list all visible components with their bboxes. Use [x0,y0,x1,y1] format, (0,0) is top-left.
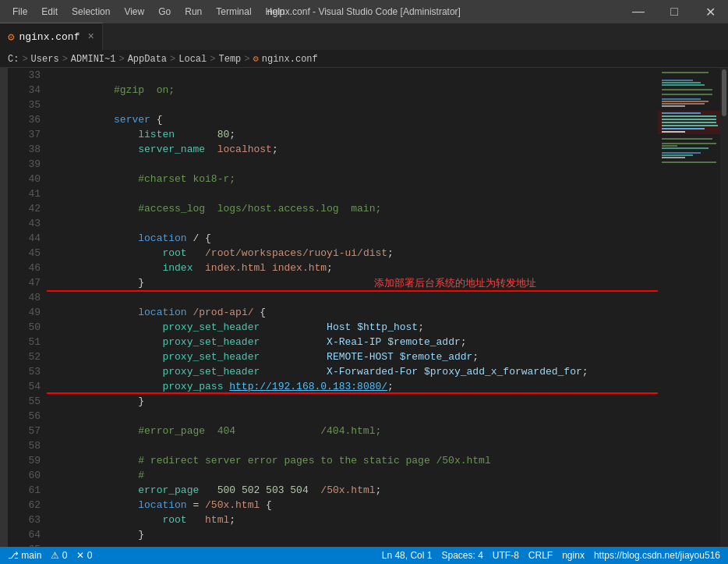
svg-rect-23 [662,154,693,156]
window-title: nginx.conf - Visual Studio Code [Adminis… [267,6,461,17]
svg-rect-15 [662,125,718,126]
code-line-56: #error_page 404 /404.html; [53,409,658,424]
code-line-48: location /prod-api/ { [53,290,658,305]
code-line-65: # proxy the PHP scripts to Apache listen… [53,542,658,547]
breadcrumb: C: > Users > ADMINI~1 > AppData > Local … [0,51,728,68]
breadcrumb-users[interactable]: Users [31,54,59,65]
tab-close-button[interactable]: × [87,30,94,43]
code-line-41: #access_log logs/host.access.log main; [53,186,658,201]
tab-file-icon: ⚙ [8,30,14,44]
minimap [658,68,720,547]
svg-rect-16 [662,128,705,129]
code-line-40 [53,172,658,186]
status-warnings[interactable]: ⚠ 0 [51,550,67,561]
breadcrumb-appdata[interactable]: AppData [128,54,167,65]
breadcrumb-file-icon: ⚙ [253,53,259,65]
menu-view[interactable]: View [118,3,150,20]
code-line-58: # redirect server error pages to the sta… [53,438,658,453]
activity-strip [0,68,8,547]
status-errors[interactable]: ✕ 0 [76,550,92,561]
code-line-60: error_page 500 502 503 504 /50x.html; [53,468,658,483]
tab-bar: ⚙ nginx.conf × [0,23,728,51]
status-eol[interactable]: CRLF [528,550,553,561]
svg-rect-0 [662,72,709,73]
menu-bar: File Edit Selection View Go Run Terminal… [6,3,291,20]
code-editor[interactable]: 添加部署后台系统的地址为转发地址 #gzip on; server { list… [47,68,658,547]
svg-rect-25 [662,161,716,163]
svg-rect-1 [662,80,693,81]
svg-rect-9 [662,105,685,107]
status-csdn-link[interactable]: https://blog.csdn.net/jiayou516 [594,550,720,561]
code-line-63: } [53,513,658,527]
code-line-53: proxy_pass http://192.168.0.183:8080/; [53,364,658,379]
code-line-52: proxy_set_header X-Forwarded-For $proxy_… [53,349,658,364]
status-bar-left: ⎇ main ⚠ 0 ✕ 0 [8,550,92,561]
code-line-47 [53,275,658,290]
breadcrumb-file[interactable]: nginx.conf [262,54,318,65]
status-spaces[interactable]: Spaces: 4 [441,550,482,561]
code-line-64 [53,527,658,542]
scrollbar[interactable] [720,68,728,547]
minimap-svg [658,68,720,536]
svg-rect-22 [662,152,701,154]
svg-rect-17 [662,131,685,133]
status-language[interactable]: nginx [562,550,585,561]
code-line-55 [53,394,658,409]
maximize-button[interactable]: □ [656,0,692,23]
svg-rect-13 [662,119,716,120]
breadcrumb-admin[interactable]: ADMINI~1 [71,54,116,65]
menu-file[interactable]: File [6,3,34,20]
code-line-46: } [53,261,658,275]
title-bar: File Edit Selection View Go Run Terminal… [0,0,728,23]
menu-run[interactable]: Run [178,3,208,20]
scrollbar-thumb[interactable] [722,69,726,116]
svg-rect-12 [662,115,716,117]
tab-label: nginx.conf [19,31,80,43]
svg-rect-4 [662,89,712,90]
code-line-36: listen 80; [53,112,658,127]
svg-rect-24 [662,157,685,158]
menu-selection[interactable]: Selection [65,3,116,20]
status-bar: ⎇ main ⚠ 0 ✕ 0 Ln 48, Col 1 Spaces: 4 UT… [0,547,728,564]
window-controls: — □ ✕ [620,0,728,23]
svg-rect-7 [662,101,709,102]
svg-rect-6 [662,98,701,100]
svg-rect-19 [662,143,716,144]
code-line-50: proxy_set_header X-Real-IP $remote_addr; [53,320,658,335]
code-line-33: #gzip on; [53,68,658,83]
svg-rect-5 [662,94,712,95]
code-line-54: } [53,379,658,394]
svg-rect-20 [662,145,677,147]
code-line-42 [53,201,658,216]
status-encoding[interactable]: UTF-8 [493,550,519,561]
svg-rect-8 [662,103,705,105]
menu-edit[interactable]: Edit [35,3,64,20]
breadcrumb-temp[interactable]: Temp [218,54,241,65]
status-bar-right: Ln 48, Col 1 Spaces: 4 UTF-8 CRLF nginx … [382,550,720,561]
breadcrumb-drive[interactable]: C: [8,54,19,65]
menu-go[interactable]: Go [152,3,177,20]
code-line-62: root html; [53,498,658,513]
code-line-45: index index.html index.htm; [53,246,658,261]
svg-rect-18 [662,138,712,140]
svg-rect-21 [662,147,709,149]
code-line-37: server_name localhost; [53,127,658,142]
svg-rect-14 [662,122,716,123]
code-line-57 [53,424,658,438]
close-button[interactable]: ✕ [692,0,728,23]
status-branch[interactable]: ⎇ main [8,550,41,561]
breadcrumb-local[interactable]: Local [178,54,207,65]
code-line-51: proxy_set_header REMOTE-HOST $remote_add… [53,335,658,349]
code-line-49: proxy_set_header Host $http_host; [53,305,658,320]
code-line-44: root /root/workspaces/ruoyi-ui/dist; [53,231,658,246]
minimize-button[interactable]: — [620,0,656,23]
code-line-43: location / { [53,216,658,231]
svg-rect-3 [662,84,705,86]
tab-nginx-conf[interactable]: ⚙ nginx.conf × [0,23,103,50]
editor-area: 33 34 35 36 37 38 39 40 41 42 43 44 45 4… [0,68,728,547]
code-line-35: server { [53,98,658,112]
menu-terminal[interactable]: Terminal [210,3,257,20]
status-position[interactable]: Ln 48, Col 1 [382,550,433,561]
code-line-39: #charset koi8-r; [53,157,658,172]
line-numbers: 33 34 35 36 37 38 39 40 41 42 43 44 45 4… [8,68,47,547]
